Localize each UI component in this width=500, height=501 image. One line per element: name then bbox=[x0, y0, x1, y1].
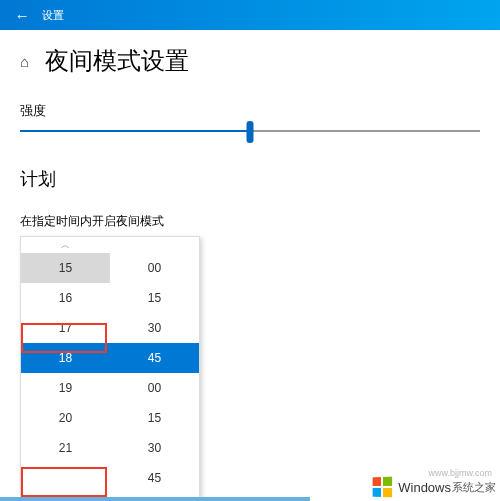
minute-spacer bbox=[110, 237, 199, 253]
minute-option[interactable]: 00 bbox=[110, 253, 199, 283]
hour-option[interactable]: 16 bbox=[21, 283, 110, 313]
watermark: Windows 系统之家 bbox=[371, 476, 496, 498]
minute-option[interactable]: 15 bbox=[110, 283, 199, 313]
minute-option[interactable]: 30 bbox=[110, 313, 199, 343]
picker-scroll-up-row: ︿ bbox=[21, 237, 199, 253]
hour-option[interactable] bbox=[21, 463, 110, 493]
watermark-brand: Windows bbox=[398, 480, 451, 495]
minute-option[interactable]: 00 bbox=[110, 373, 199, 403]
bottom-accent bbox=[0, 497, 310, 501]
minute-column[interactable]: 0015304500153045 bbox=[110, 253, 199, 493]
page-header: ⌂ 夜间模式设置 bbox=[0, 30, 500, 102]
hour-option[interactable]: 21 bbox=[21, 433, 110, 463]
hour-option[interactable]: 18 bbox=[21, 343, 110, 373]
hour-column[interactable]: 15161718192021 bbox=[21, 253, 110, 493]
hour-option[interactable]: 15 bbox=[21, 253, 110, 283]
slider-fill bbox=[20, 130, 250, 132]
home-icon[interactable]: ⌂ bbox=[20, 53, 29, 70]
minute-option[interactable]: 15 bbox=[110, 403, 199, 433]
window-title: 设置 bbox=[42, 8, 64, 23]
back-button[interactable]: ← bbox=[10, 3, 34, 27]
hour-scroll-up[interactable]: ︿ bbox=[21, 237, 110, 253]
time-picker: ︿ 15161718192021 0015304500153045 ﹀ ✓ ✕ bbox=[20, 236, 200, 501]
minute-option[interactable]: 45 bbox=[110, 343, 199, 373]
hour-option[interactable]: 19 bbox=[21, 373, 110, 403]
back-arrow-icon: ← bbox=[15, 7, 30, 24]
hour-option[interactable]: 17 bbox=[21, 313, 110, 343]
strength-slider[interactable] bbox=[20, 130, 480, 132]
minute-option[interactable]: 45 bbox=[110, 463, 199, 493]
minute-option[interactable]: 30 bbox=[110, 433, 199, 463]
titlebar: ← 设置 bbox=[0, 0, 500, 30]
watermark-suffix: 系统之家 bbox=[452, 480, 496, 495]
strength-label: 强度 bbox=[20, 102, 480, 120]
hour-option[interactable]: 20 bbox=[21, 403, 110, 433]
schedule-label: 在指定时间内开启夜间模式 bbox=[20, 213, 480, 230]
schedule-title: 计划 bbox=[20, 167, 480, 191]
page-title: 夜间模式设置 bbox=[45, 45, 189, 77]
slider-thumb[interactable] bbox=[247, 121, 254, 143]
windows-logo-icon bbox=[372, 476, 393, 499]
